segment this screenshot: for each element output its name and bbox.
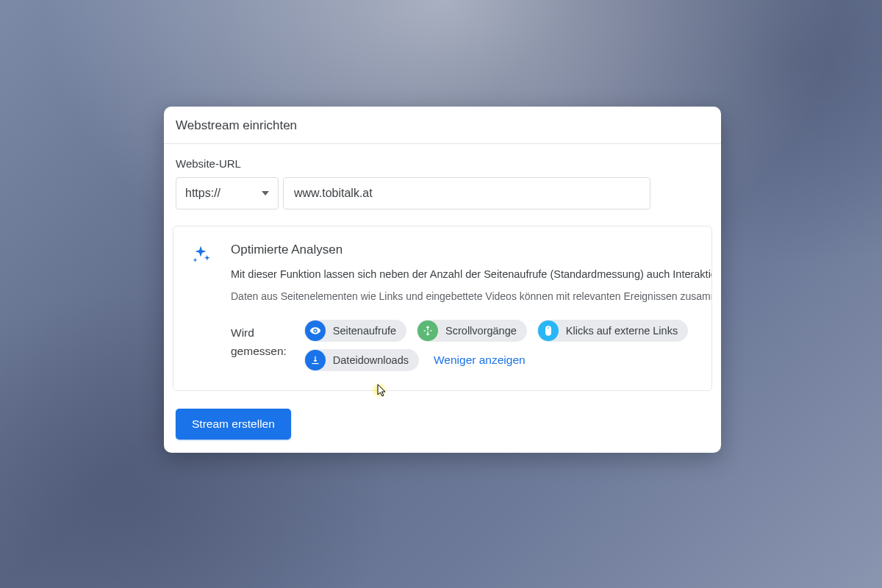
chip-label: Klicks auf externe Links xyxy=(566,325,678,337)
mouse-icon xyxy=(538,320,559,341)
analytics-title: Optimierte Analysen xyxy=(231,243,711,257)
create-stream-button[interactable]: Stream erstellen xyxy=(176,409,291,440)
sparkle-icon xyxy=(190,243,215,371)
download-icon xyxy=(305,350,326,370)
chip-external-clicks: Klicks auf externe Links xyxy=(537,320,688,342)
protocol-value: https:// xyxy=(185,187,220,200)
url-label: Website-URL xyxy=(176,157,709,170)
eye-icon xyxy=(305,320,326,341)
analytics-description-sub: Daten aus Seitenelementen wie Links und … xyxy=(231,290,711,302)
chip-label: Dateidownloads xyxy=(333,354,409,366)
url-input[interactable] xyxy=(283,177,650,209)
chip-downloads: Dateidownloads xyxy=(304,349,419,371)
panel-title: Webstream einrichten xyxy=(164,107,721,144)
chevron-down-icon xyxy=(262,191,269,196)
scroll-icon xyxy=(417,320,438,341)
chip-label: Seitenaufrufe xyxy=(333,325,396,337)
chip-pageviews: Seitenaufrufe xyxy=(304,320,406,342)
setup-panel: Webstream einrichten Website-URL https:/… xyxy=(164,107,721,453)
analytics-description-bold: Mit dieser Funktion lassen sich neben de… xyxy=(231,268,711,282)
chip-label: Scrollvorgänge xyxy=(445,325,517,337)
measurement-chips: Seitenaufrufe Scrollvorgänge Klicks auf … xyxy=(304,320,711,371)
protocol-select[interactable]: https:// xyxy=(176,177,279,209)
url-section: Website-URL https:// xyxy=(164,144,721,226)
measure-label: Wird gemessen: xyxy=(231,320,287,361)
chip-scrolls: Scrollvorgänge xyxy=(417,320,527,342)
show-less-link[interactable]: Weniger anzeigen xyxy=(434,354,526,367)
analytics-card: Optimierte Analysen Mit dieser Funktion … xyxy=(173,226,712,391)
panel-footer: Stream erstellen xyxy=(164,391,721,453)
